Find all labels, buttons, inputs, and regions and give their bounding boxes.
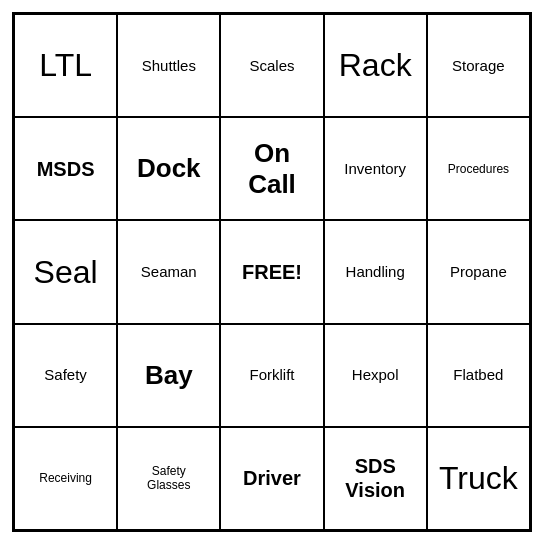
cell-text-r3c0: Safety — [44, 366, 87, 384]
cell-r4c4: Truck — [427, 427, 530, 530]
cell-r1c1: Dock — [117, 117, 220, 220]
cell-r2c3: Handling — [324, 220, 427, 323]
cell-text-r0c0: LTL — [39, 46, 92, 84]
cell-text-r3c3: Hexpol — [352, 366, 399, 384]
bingo-board: LTLShuttlesScalesRackStorageMSDSDockOnCa… — [12, 12, 532, 532]
cell-text-r4c0: Receiving — [39, 471, 92, 485]
cell-text-r4c1: SafetyGlasses — [147, 464, 190, 493]
cell-r0c3: Rack — [324, 14, 427, 117]
cell-r2c2: FREE! — [220, 220, 323, 323]
cell-text-r1c4: Procedures — [448, 162, 509, 176]
cell-r0c0: LTL — [14, 14, 117, 117]
cell-r3c4: Flatbed — [427, 324, 530, 427]
cell-text-r3c2: Forklift — [249, 366, 294, 384]
cell-r0c1: Shuttles — [117, 14, 220, 117]
cell-r4c0: Receiving — [14, 427, 117, 530]
cell-r4c3: SDSVision — [324, 427, 427, 530]
cell-text-r3c1: Bay — [145, 360, 193, 391]
cell-r1c4: Procedures — [427, 117, 530, 220]
cell-text-r4c3: SDSVision — [345, 454, 405, 502]
cell-r2c0: Seal — [14, 220, 117, 323]
cell-text-r2c0: Seal — [34, 253, 98, 291]
cell-r3c0: Safety — [14, 324, 117, 427]
cell-text-r2c2: FREE! — [242, 260, 302, 284]
cell-text-r2c3: Handling — [346, 263, 405, 281]
cell-r1c2: OnCall — [220, 117, 323, 220]
cell-text-r1c0: MSDS — [37, 157, 95, 181]
cell-text-r2c1: Seaman — [141, 263, 197, 281]
cell-r3c1: Bay — [117, 324, 220, 427]
cell-r4c1: SafetyGlasses — [117, 427, 220, 530]
cell-text-r0c3: Rack — [339, 46, 412, 84]
cell-text-r1c1: Dock — [137, 153, 201, 184]
cell-text-r1c2: OnCall — [248, 138, 296, 200]
cell-r3c2: Forklift — [220, 324, 323, 427]
cell-r0c4: Storage — [427, 14, 530, 117]
cell-text-r4c2: Driver — [243, 466, 301, 490]
cell-text-r1c3: Inventory — [344, 160, 406, 178]
cell-r4c2: Driver — [220, 427, 323, 530]
cell-r1c3: Inventory — [324, 117, 427, 220]
cell-r1c0: MSDS — [14, 117, 117, 220]
cell-r2c1: Seaman — [117, 220, 220, 323]
cell-text-r3c4: Flatbed — [453, 366, 503, 384]
cell-text-r4c4: Truck — [439, 459, 518, 497]
cell-text-r0c4: Storage — [452, 57, 505, 75]
cell-r2c4: Propane — [427, 220, 530, 323]
cell-r0c2: Scales — [220, 14, 323, 117]
cell-text-r2c4: Propane — [450, 263, 507, 281]
cell-text-r0c2: Scales — [249, 57, 294, 75]
cell-r3c3: Hexpol — [324, 324, 427, 427]
cell-text-r0c1: Shuttles — [142, 57, 196, 75]
